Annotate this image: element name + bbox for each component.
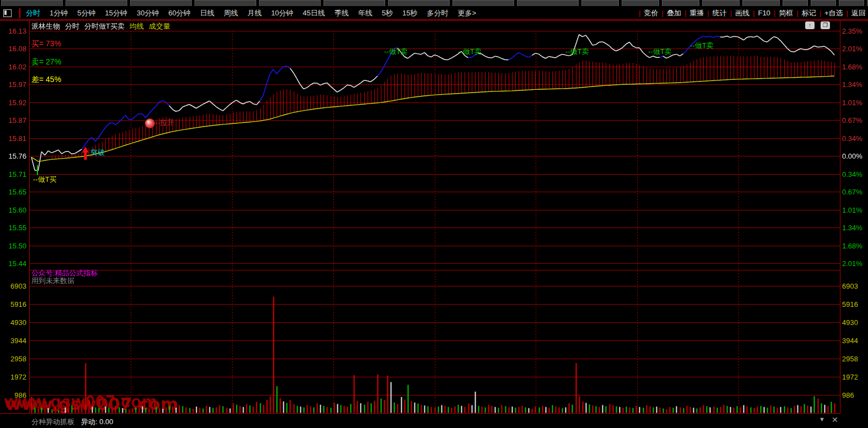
percent-axis-label: 1.01% [842, 99, 867, 107]
period-tab-10分钟[interactable]: 10分钟 [271, 8, 293, 18]
percent-axis-label: 1.68% [842, 63, 867, 71]
status-bar: 分种异动抓板 异动: 0.00 ▼ ✕ [0, 414, 868, 428]
period-tab-5秒[interactable]: 5秒 [382, 8, 393, 18]
percent-axis-label: 1.01% [842, 206, 867, 214]
button-separator: | [661, 9, 663, 17]
toolbar-button-简框[interactable]: 简框 [779, 8, 793, 18]
toolbar-button-返回[interactable]: 返回 [851, 8, 866, 18]
period-tab-分时[interactable]: 分时 [26, 8, 40, 18]
intraday-chart-canvas[interactable] [0, 0, 868, 428]
signal-label: --做T卖 [565, 47, 589, 57]
period-tab-周线[interactable]: 周线 [224, 8, 238, 18]
chart-header: 派林生物分时分时做T买卖均线成交量 [31, 21, 175, 31]
top-tab-button[interactable] [130, 0, 192, 6]
top-tab-button[interactable] [195, 0, 256, 6]
price-axis-label: 16.13 [0, 27, 26, 35]
percent-axis-label: 0.00% [842, 152, 867, 160]
pane-up-icon[interactable]: ↑ [805, 21, 815, 29]
collapse-icon[interactable]: ▼ [819, 416, 825, 422]
top-tab-button[interactable] [324, 0, 385, 6]
price-axis-label: 15.76 [0, 152, 26, 160]
diff-percent-label: 差= 45% [31, 75, 61, 85]
toolbar-button-标记[interactable]: 标记 [802, 8, 816, 18]
toolbar-button-重播[interactable]: 重播 [689, 8, 704, 18]
period-tab-1分钟[interactable]: 1分钟 [50, 8, 68, 18]
toolbar-button-F10[interactable]: F10 [758, 9, 770, 17]
chart-header-item[interactable]: 成交量 [149, 22, 170, 30]
period-tab-60分钟[interactable]: 60分钟 [168, 8, 190, 18]
pane-window-icon[interactable]: ❐ [821, 21, 830, 29]
signal-label: --拉升 [155, 118, 174, 128]
period-toolbar: 分时1分钟5分钟15分钟30分钟60分钟日线周线月线10分钟45日线季线年线5秒… [0, 7, 868, 20]
price-axis-label: 15.87 [0, 116, 26, 124]
close-icon[interactable]: ✕ [832, 415, 838, 424]
window-split-icon[interactable] [3, 9, 12, 17]
volume-axis-label: 2958 [842, 355, 867, 363]
volume-axis-label: 5916 [842, 300, 867, 308]
period-tab-15秒[interactable]: 15秒 [402, 8, 417, 18]
signal-label: 突破 [90, 148, 105, 158]
top-tab-button[interactable] [783, 0, 808, 6]
percent-axis-label: 0.67% [842, 188, 867, 196]
top-tab-button[interactable] [811, 0, 836, 6]
top-tab-button[interactable] [388, 0, 450, 6]
price-axis-label: 15.44 [0, 259, 26, 268]
buy-percent-label: 买= 73% [31, 39, 61, 49]
toolbar-button-叠加[interactable]: 叠加 [667, 8, 681, 18]
button-separator: | [639, 9, 640, 17]
volume-axis-label: 3944 [0, 337, 26, 345]
toolbar-divider [19, 8, 20, 18]
period-tab-年线[interactable]: 年线 [358, 8, 373, 18]
volume-axis-label: 5916 [0, 300, 26, 308]
status-indicator-name: 分种异动抓板 [31, 417, 74, 427]
top-tab-button[interactable] [581, 0, 619, 6]
volume-axis-label: 986 [842, 391, 867, 399]
percent-axis-label: 1.34% [842, 80, 867, 89]
chart-header-item[interactable]: 分时 [65, 22, 79, 30]
top-tab-button[interactable] [259, 0, 321, 6]
toolbar-button-画线[interactable]: 画线 [735, 8, 750, 18]
period-tab-多分时[interactable]: 多分时 [427, 8, 449, 18]
top-tab-button[interactable] [662, 0, 699, 6]
percent-axis-label: 1.68% [842, 242, 867, 250]
chart-header-item[interactable]: 分时做T买卖 [84, 22, 125, 30]
top-tab-button[interactable] [517, 0, 579, 6]
top-tab-button[interactable] [452, 0, 514, 6]
period-tab-45日线[interactable]: 45日线 [303, 8, 325, 18]
period-tab-更多>[interactable]: 更多> [458, 8, 477, 18]
signal-label: --做T卖 [458, 47, 482, 57]
price-axis-label: 15.81 [0, 134, 26, 143]
period-tab-日线[interactable]: 日线 [200, 8, 214, 18]
percent-axis-label: 0.67% [842, 116, 867, 124]
period-tab-月线[interactable]: 月线 [247, 8, 262, 18]
top-tab-row [0, 0, 868, 6]
period-tab-季线[interactable]: 季线 [335, 8, 349, 18]
price-axis-label: 15.50 [0, 242, 26, 250]
price-axis-label: 15.55 [0, 224, 26, 232]
top-tab-button[interactable] [1, 0, 63, 6]
top-tab-button[interactable] [839, 0, 864, 6]
chart-header-item[interactable]: 派林生物 [31, 22, 60, 30]
period-tab-15分钟[interactable]: 15分钟 [105, 8, 127, 18]
watermark: www.gsw007.com [4, 392, 158, 412]
percent-axis-label: 2.01% [842, 259, 867, 268]
period-tab-5分钟[interactable]: 5分钟 [77, 8, 95, 18]
button-separator: | [684, 9, 686, 17]
top-tab-button[interactable] [66, 0, 127, 6]
top-tab-button[interactable] [742, 0, 780, 6]
percent-axis-label: 0.34% [842, 134, 867, 143]
top-tab-button[interactable] [702, 0, 740, 6]
toolbar-right-buttons: |竞价|叠加|重播|统计|画线|F10|简框|标记|+自选|返回 [635, 7, 866, 19]
top-tab-button[interactable] [622, 0, 659, 6]
signal-label: --做T卖 [384, 47, 408, 57]
price-axis-label: 15.71 [0, 170, 26, 178]
toolbar-button-竞价[interactable]: 竞价 [644, 8, 658, 18]
button-separator: | [796, 9, 798, 17]
toolbar-button-+自选[interactable]: +自选 [824, 8, 843, 18]
toolbar-button-统计[interactable]: 统计 [713, 8, 727, 18]
volume-axis-label: 2958 [0, 355, 26, 363]
volume-axis-label: 1972 [0, 373, 26, 381]
volume-axis-label: 6903 [842, 282, 867, 290]
period-tab-30分钟[interactable]: 30分钟 [137, 8, 159, 18]
chart-header-item[interactable]: 均线 [130, 22, 144, 30]
